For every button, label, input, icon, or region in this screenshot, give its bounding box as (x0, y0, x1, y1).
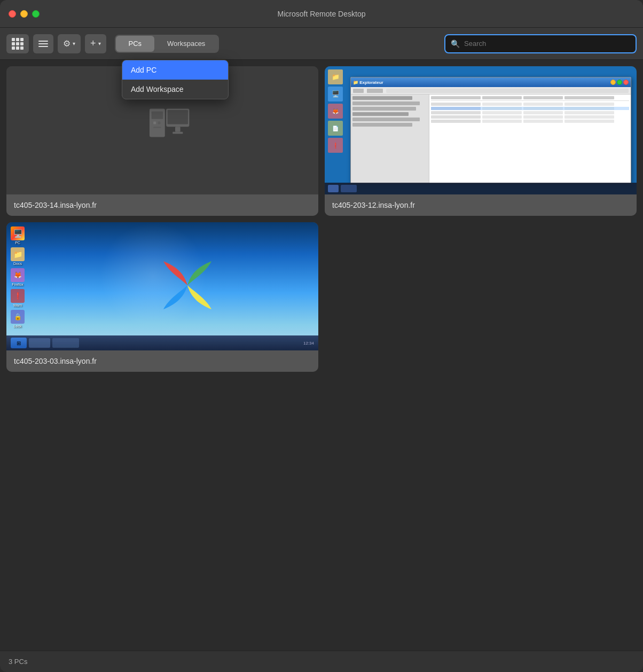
status-bar: 3 PCs (0, 651, 643, 672)
search-box: 🔍 (444, 34, 637, 53)
svg-rect-8 (172, 132, 183, 134)
main-content: tc405-203-14.insa-lyon.fr 📁 🖥️ 🦊 📄 ❗ � (0, 60, 643, 651)
chevron-down-icon: ▾ (73, 41, 75, 46)
svg-rect-6 (168, 110, 188, 124)
pc-card-2[interactable]: 📁 🖥️ 🦊 📄 ❗ 📁 Explorateur (325, 66, 637, 216)
maximize-button[interactable] (32, 10, 40, 18)
title-bar: Microsoft Remote Desktop (0, 0, 643, 28)
monitor-icon (130, 97, 194, 163)
add-pc-menu-item[interactable]: Add PC (122, 60, 228, 80)
list-view-button[interactable] (33, 34, 53, 53)
traffic-lights (9, 10, 40, 18)
pc-name-3: tc405-203-03.insa-lyon.fr (6, 350, 318, 372)
svg-rect-7 (175, 127, 181, 132)
pc-thumbnail-3: 🖥️ PC 📁 Docs 🦊 Firefox ❗ (6, 222, 318, 350)
grid-view-button[interactable] (6, 34, 29, 53)
window-title: Microsoft Remote Desktop (278, 10, 366, 18)
toolbar: ⚙ ▾ + ▾ PCs Workspaces 🔍 (0, 28, 643, 60)
add-workspace-menu-item[interactable]: Add Workspace (122, 80, 228, 99)
svg-rect-2 (153, 122, 156, 124)
add-button[interactable]: + ▾ (85, 34, 106, 53)
search-icon: 🔍 (451, 40, 460, 48)
plus-icon: + (90, 38, 96, 49)
tab-pcs[interactable]: PCs (116, 36, 155, 52)
settings-button[interactable]: ⚙ ▾ (58, 34, 81, 53)
svg-rect-3 (158, 122, 161, 124)
pc-count-label: 3 PCs (9, 658, 27, 666)
dropdown-menu: Add PC Add Workspace (122, 60, 229, 99)
pc-card-3[interactable]: 🖥️ PC 📁 Docs 🦊 Firefox ❗ (6, 222, 318, 372)
pc-thumbnail-2: 📁 🖥️ 🦊 📄 ❗ 📁 Explorateur (325, 66, 637, 194)
gear-icon: ⚙ (63, 38, 70, 49)
svg-rect-4 (153, 127, 161, 128)
pc-name-1: tc405-203-14.insa-lyon.fr (6, 194, 318, 216)
svg-rect-1 (152, 111, 163, 119)
close-button[interactable] (9, 10, 16, 18)
grid-icon (12, 38, 23, 50)
chevron-down-icon: ▾ (98, 41, 101, 46)
search-input[interactable] (464, 40, 630, 48)
segmented-control: PCs Workspaces (115, 35, 219, 53)
list-icon (38, 41, 48, 47)
tab-workspaces[interactable]: Workspaces (154, 36, 218, 52)
minimize-button[interactable] (20, 10, 28, 18)
pc-name-2: tc405-203-12.insa-lyon.fr (325, 194, 637, 216)
